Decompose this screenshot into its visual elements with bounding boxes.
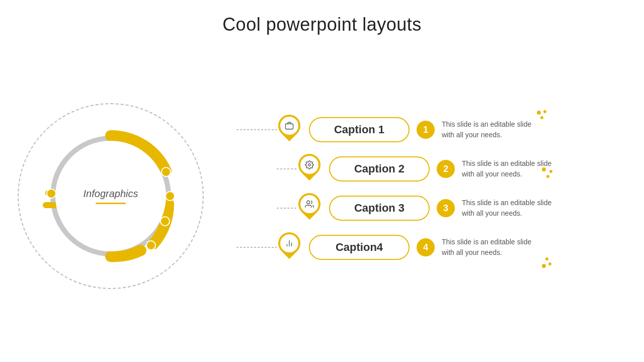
main-content: Infographics xyxy=(0,35,644,357)
pin-circle-2 xyxy=(294,149,325,180)
dots-4 xyxy=(541,255,556,270)
underline-decoration xyxy=(96,203,126,204)
caption-box-4: Caption4 xyxy=(309,235,410,260)
page-title: Cool powerpoint layouts xyxy=(222,14,422,35)
pin-circle-3 xyxy=(294,189,325,220)
gear-icon xyxy=(305,160,314,169)
pin-inner-2 xyxy=(300,156,318,174)
pin-icon-3 xyxy=(297,193,322,223)
caption-box-3: Caption 3 xyxy=(329,196,430,221)
slide: Cool powerpoint layouts xyxy=(0,0,644,362)
svg-point-16 xyxy=(308,164,311,166)
number-circle-2: 2 xyxy=(437,160,455,178)
svg-point-28 xyxy=(545,257,548,260)
svg-point-26 xyxy=(542,264,546,268)
svg-point-12 xyxy=(537,111,541,115)
pin-circle-4 xyxy=(274,228,305,259)
pin-circle-1 xyxy=(274,110,305,141)
svg-point-27 xyxy=(548,262,551,265)
items-area: Caption 1 1 This slide is an editable sl… xyxy=(267,130,629,262)
pin-icon-1 xyxy=(277,115,302,145)
svg-point-21 xyxy=(307,201,310,204)
connector-2 xyxy=(277,168,297,170)
caption-text-4: Caption4 xyxy=(336,241,383,254)
pin-inner-4 xyxy=(280,234,298,252)
number-circle-1: 1 xyxy=(417,121,435,139)
item-row-2: Caption 2 2 This slide is an editable sl… xyxy=(297,154,629,184)
svg-point-18 xyxy=(549,170,552,173)
caption-text-2: Caption 2 xyxy=(354,162,405,175)
people-icon xyxy=(305,200,314,209)
pin-inner-3 xyxy=(300,195,318,213)
connector-3 xyxy=(277,207,297,209)
caption-box-2: Caption 2 xyxy=(329,156,430,182)
briefcase-icon xyxy=(285,121,294,130)
svg-point-7 xyxy=(146,241,155,250)
number-circle-3: 3 xyxy=(437,199,455,217)
svg-point-5 xyxy=(166,192,175,201)
svg-point-8 xyxy=(47,189,56,198)
dots-1 xyxy=(536,110,551,125)
circle-area: Infographics xyxy=(15,70,206,322)
description-1: This slide is an editable slide with all… xyxy=(442,119,542,140)
dots-2 xyxy=(541,166,556,182)
description-3: This slide is an editable slide with all… xyxy=(462,198,562,219)
svg-point-4 xyxy=(162,167,171,176)
caption-text-3: Caption 3 xyxy=(354,202,405,215)
pin-icon-2 xyxy=(297,154,322,184)
center-label-container: Infographics xyxy=(55,141,166,251)
svg-point-19 xyxy=(546,175,549,178)
item-row-3: Caption 3 3 This slide is an editable sl… xyxy=(297,193,629,223)
svg-point-14 xyxy=(540,116,543,119)
item-row-1: Caption 1 1 This slide is an editable sl… xyxy=(277,115,629,145)
svg-rect-10 xyxy=(286,124,293,129)
pin-icon-4 xyxy=(277,232,302,262)
svg-point-17 xyxy=(542,167,546,171)
connector-4 xyxy=(236,246,277,248)
description-4: This slide is an editable slide with all… xyxy=(442,237,542,258)
number-circle-4: 4 xyxy=(417,238,435,256)
svg-point-13 xyxy=(543,110,546,113)
connector-1 xyxy=(236,129,277,131)
item-row-4: Caption4 4 This slide is an editable sli… xyxy=(277,232,629,262)
caption-text-1: Caption 1 xyxy=(334,123,384,136)
caption-box-1: Caption 1 xyxy=(309,117,410,142)
svg-point-6 xyxy=(160,217,170,226)
chart-icon xyxy=(285,239,294,248)
pin-inner-1 xyxy=(280,117,298,135)
infographics-label: Infographics xyxy=(84,188,138,200)
